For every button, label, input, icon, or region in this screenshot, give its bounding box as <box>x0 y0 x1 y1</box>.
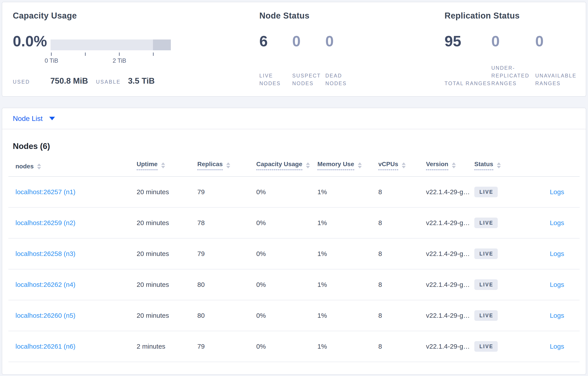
node-status-title: Node Status <box>259 11 309 21</box>
node-link[interactable]: localhost:26262 (n4) <box>15 281 75 288</box>
capacity-legend: USED 750.8 MiB USABLE 3.5 TiB <box>13 76 155 87</box>
memory-cell: 1% <box>317 281 378 288</box>
axis-tick-label: 2 TiB <box>109 57 129 64</box>
uptime-cell: 20 minutes <box>137 219 197 227</box>
sort-arrows-icon[interactable] <box>37 164 41 169</box>
capacity-bar <box>51 40 171 50</box>
uptime-cell: 20 minutes <box>137 312 197 319</box>
sort-arrows-icon[interactable] <box>497 162 501 168</box>
nodes-section-title: Nodes (6) <box>13 142 586 151</box>
axis-tick <box>119 52 120 56</box>
stat-value: 0 <box>491 33 535 49</box>
logs-link[interactable]: Logs <box>550 219 564 226</box>
logs-link[interactable]: Logs <box>550 343 564 350</box>
vcpus-cell: 8 <box>378 219 426 227</box>
node-link[interactable]: localhost:26258 (n3) <box>15 250 75 257</box>
stat-value: 95 <box>444 33 491 49</box>
replicas-cell: 79 <box>197 343 256 350</box>
stat-value: 0 <box>325 33 361 49</box>
sort-arrows-icon[interactable] <box>306 162 310 168</box>
status-badge: LIVE <box>474 218 498 228</box>
version-cell: v22.1.4-29-g… <box>426 343 474 350</box>
node-list-dropdown-label: Node List <box>13 115 42 123</box>
sort-arrows-icon[interactable] <box>358 162 362 168</box>
uptime-cell: 20 minutes <box>137 281 197 288</box>
uptime-cell: 2 minutes <box>137 343 197 350</box>
vcpus-cell: 8 <box>378 312 426 319</box>
capacity-usage-title: Capacity Usage <box>13 11 77 21</box>
dead-nodes-stat: 0 DEAD NODES <box>325 33 361 87</box>
stat-value: 6 <box>259 33 292 49</box>
logs-link[interactable]: Logs <box>550 281 564 288</box>
replicas-cell: 80 <box>197 312 256 319</box>
table-header-row: nodes Uptime Replicas Capacity Usage Mem… <box>8 151 580 177</box>
capacity-bar-dark-segment <box>153 40 171 50</box>
status-badge: LIVE <box>474 310 498 321</box>
column-header-nodes[interactable]: nodes <box>15 163 137 170</box>
memory-cell: 1% <box>317 188 378 196</box>
node-link[interactable]: localhost:26259 (n2) <box>15 219 75 226</box>
node-list-dropdown[interactable]: Node List <box>13 115 55 123</box>
usable-label: USABLE <box>96 79 128 85</box>
status-badge: LIVE <box>474 187 498 197</box>
node-link[interactable]: localhost:26260 (n5) <box>15 312 75 319</box>
status-badge: LIVE <box>474 279 498 290</box>
table-row: localhost:26259 (n2) 20 minutes 78 0% 1%… <box>8 208 580 239</box>
sort-arrows-icon[interactable] <box>452 162 456 168</box>
version-cell: v22.1.4-29-g… <box>426 312 474 319</box>
capacity-cell: 0% <box>256 281 317 288</box>
sort-arrows-icon[interactable] <box>161 162 165 168</box>
total-ranges-stat: 95 TOTAL RANGES <box>444 33 491 87</box>
status-badge: LIVE <box>474 341 498 352</box>
vcpus-cell: 8 <box>378 250 426 258</box>
axis-tick <box>51 52 52 56</box>
capacity-used-percent: 0.0% <box>13 33 47 49</box>
live-nodes-stat: 6 LIVE NODES <box>259 33 292 87</box>
node-link[interactable]: localhost:26257 (n1) <box>15 188 75 196</box>
sort-arrows-icon[interactable] <box>226 162 230 168</box>
table-row: localhost:26258 (n3) 20 minutes 79 0% 1%… <box>8 239 580 269</box>
usable-value: 3.5 TiB <box>128 76 155 86</box>
stat-label: UNDER-REPLICATED RANGES <box>491 64 535 87</box>
replicas-cell: 79 <box>197 188 256 196</box>
column-header-memory-use[interactable]: Memory Use <box>317 160 378 170</box>
logs-link[interactable]: Logs <box>550 312 564 319</box>
column-header-status[interactable]: Status <box>474 160 532 170</box>
replication-stats: 95 TOTAL RANGES 0 UNDER-REPLICATED RANGE… <box>444 33 583 87</box>
vcpus-cell: 8 <box>378 281 426 288</box>
axis-tick-label: 0 TiB <box>42 57 61 64</box>
version-cell: v22.1.4-29-g… <box>426 250 474 258</box>
memory-cell: 1% <box>317 343 378 350</box>
cluster-overview-panel: Capacity Usage 0.0% 0 TiB 2 TiB USED 750… <box>2 2 586 97</box>
replicas-cell: 79 <box>197 250 256 258</box>
version-cell: v22.1.4-29-g… <box>426 281 474 288</box>
logs-link[interactable]: Logs <box>550 188 564 196</box>
replication-status-title: Replication Status <box>444 11 520 21</box>
column-header-version[interactable]: Version <box>426 160 474 170</box>
capacity-cell: 0% <box>256 219 317 227</box>
logs-link[interactable]: Logs <box>550 250 564 257</box>
stat-label: SUSPECT NODES <box>292 72 325 87</box>
stat-label: TOTAL RANGES <box>444 80 491 87</box>
replicas-cell: 78 <box>197 219 256 227</box>
uptime-cell: 20 minutes <box>137 250 197 258</box>
stat-label: UNAVAILABLE RANGES <box>535 72 583 87</box>
column-header-vcpus[interactable]: vCPUs <box>378 160 426 170</box>
used-value: 750.8 MiB <box>50 76 96 86</box>
memory-cell: 1% <box>317 250 378 258</box>
sort-arrows-icon[interactable] <box>402 162 406 168</box>
uptime-cell: 20 minutes <box>137 188 197 196</box>
version-cell: v22.1.4-29-g… <box>426 219 474 227</box>
axis-tick <box>153 52 154 56</box>
capacity-cell: 0% <box>256 188 317 196</box>
stat-label: DEAD NODES <box>325 72 361 87</box>
column-header-capacity-usage[interactable]: Capacity Usage <box>256 160 317 170</box>
column-header-replicas[interactable]: Replicas <box>197 160 256 170</box>
capacity-cell: 0% <box>256 343 317 350</box>
stat-value: 0 <box>292 33 325 49</box>
node-list-panel: Node List Nodes (6) nodes Uptime Replica… <box>2 108 586 375</box>
node-link[interactable]: localhost:26261 (n6) <box>15 343 75 350</box>
suspect-nodes-stat: 0 SUSPECT NODES <box>292 33 325 87</box>
column-header-uptime[interactable]: Uptime <box>137 160 197 170</box>
replicas-cell: 80 <box>197 281 256 288</box>
